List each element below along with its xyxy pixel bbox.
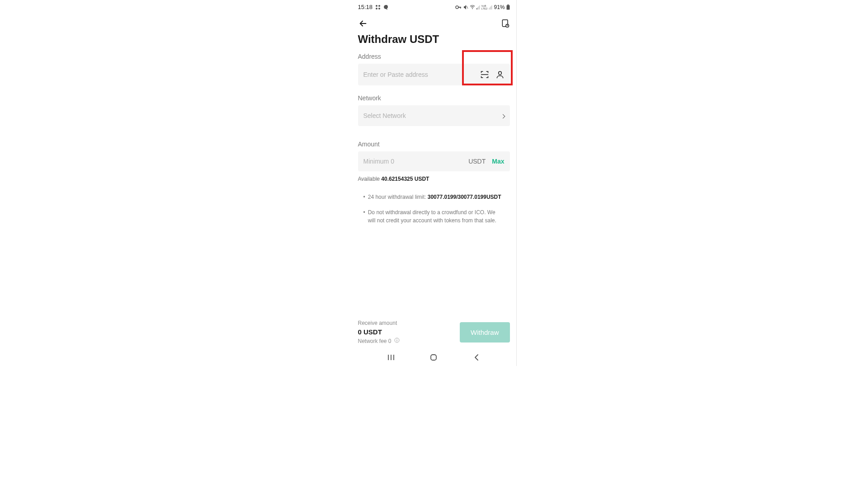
mute-icon xyxy=(463,5,468,10)
network-label: Network xyxy=(358,94,510,102)
receive-value: 0 USDT xyxy=(358,328,400,336)
withdraw-button[interactable]: Withdraw xyxy=(460,322,510,343)
warning-note: • Do not withdrawal directly to a crowdf… xyxy=(363,208,505,225)
available-value: 40.62154325 USDT xyxy=(381,176,429,182)
address-label: Address xyxy=(358,53,510,60)
chat-icon xyxy=(383,5,389,10)
wifi-icon xyxy=(470,5,475,9)
android-navigation xyxy=(352,347,516,366)
amount-unit: USDT xyxy=(468,158,486,165)
svg-point-0 xyxy=(376,5,377,7)
network-placeholder: Select Network xyxy=(363,112,406,119)
page-title: Withdraw USDT xyxy=(358,33,510,46)
limit-note: • 24 hour withdrawal limit: 30077.0199/3… xyxy=(363,193,505,201)
svg-point-21 xyxy=(498,71,501,75)
battery-percent: 91% xyxy=(494,4,505,10)
content-area: Withdraw USDT Address Enter or Paste add… xyxy=(352,33,516,314)
address-actions xyxy=(480,70,505,79)
svg-line-7 xyxy=(467,6,468,9)
receive-label: Receive amount xyxy=(358,320,400,326)
nav-bar xyxy=(352,12,516,33)
amount-field-group: Amount Minimum 0 USDT Max Available 40.6… xyxy=(358,141,510,182)
amount-label: Amount xyxy=(358,141,510,148)
contacts-button[interactable] xyxy=(495,70,505,79)
status-bar: 15:18 VoBLTE2 91% xyxy=(352,0,516,12)
svg-rect-18 xyxy=(506,5,509,9)
fee-label: Network fee 0 xyxy=(358,338,392,344)
address-field-group: Address Enter or Paste address xyxy=(358,53,510,85)
available-label: Available xyxy=(358,176,380,182)
notes-section: • 24 hour withdrawal limit: 30077.0199/3… xyxy=(358,193,510,225)
vpn-key-icon xyxy=(455,5,462,9)
svg-rect-10 xyxy=(477,7,478,9)
receive-info: Receive amount 0 USDT Network fee 0 xyxy=(358,320,400,344)
limit-label: 24 hour withdrawal limit: xyxy=(368,194,428,200)
svg-rect-14 xyxy=(490,7,491,9)
bottom-panel: Receive amount 0 USDT Network fee 0 With… xyxy=(352,314,516,347)
available-row: Available 40.62154325 USDT xyxy=(358,176,510,182)
info-icon[interactable] xyxy=(394,338,400,344)
svg-point-2 xyxy=(376,8,377,9)
back-button[interactable] xyxy=(358,19,368,28)
fee-row: Network fee 0 xyxy=(358,338,400,344)
lte-icon: VoBLTE2 xyxy=(481,5,488,10)
status-right: VoBLTE2 91% xyxy=(455,4,510,10)
address-placeholder: Enter or Paste address xyxy=(363,71,428,78)
signal-icon-2 xyxy=(489,5,492,9)
svg-rect-28 xyxy=(431,355,436,360)
svg-rect-17 xyxy=(507,5,509,5)
svg-point-8 xyxy=(472,8,473,9)
back-nav-button[interactable] xyxy=(467,353,486,361)
amount-placeholder: Minimum 0 xyxy=(363,158,469,165)
svg-rect-12 xyxy=(479,5,480,9)
history-button[interactable] xyxy=(501,19,510,28)
recents-button[interactable] xyxy=(382,353,400,361)
svg-rect-6 xyxy=(460,7,461,9)
warning-text: Do not withdrawal directly to a crowdfun… xyxy=(368,208,505,225)
home-button[interactable] xyxy=(425,353,443,361)
svg-rect-11 xyxy=(478,6,479,9)
signal-icon-1 xyxy=(476,5,480,9)
max-button[interactable]: Max xyxy=(492,158,504,165)
chevron-right-icon xyxy=(501,112,505,120)
svg-rect-9 xyxy=(476,8,477,9)
battery-icon xyxy=(506,5,510,10)
network-select[interactable]: Select Network xyxy=(358,105,510,126)
svg-point-1 xyxy=(378,5,380,7)
svg-rect-24 xyxy=(396,340,397,342)
limit-value: 30077.0199/30077.0199USDT xyxy=(428,194,501,200)
svg-rect-16 xyxy=(491,5,492,9)
status-time: 15:18 xyxy=(358,4,373,10)
clover-icon xyxy=(375,5,381,10)
address-input[interactable]: Enter or Paste address xyxy=(358,64,510,85)
svg-point-3 xyxy=(378,8,380,9)
svg-point-23 xyxy=(396,339,397,339)
status-left: 15:18 xyxy=(358,4,389,10)
scan-qr-button[interactable] xyxy=(480,70,489,79)
svg-rect-15 xyxy=(491,6,491,9)
phone-screen: 15:18 VoBLTE2 91% xyxy=(352,0,517,366)
amount-input[interactable]: Minimum 0 USDT Max xyxy=(358,151,510,171)
svg-rect-13 xyxy=(489,8,490,9)
network-field-group: Network Select Network xyxy=(358,94,510,126)
